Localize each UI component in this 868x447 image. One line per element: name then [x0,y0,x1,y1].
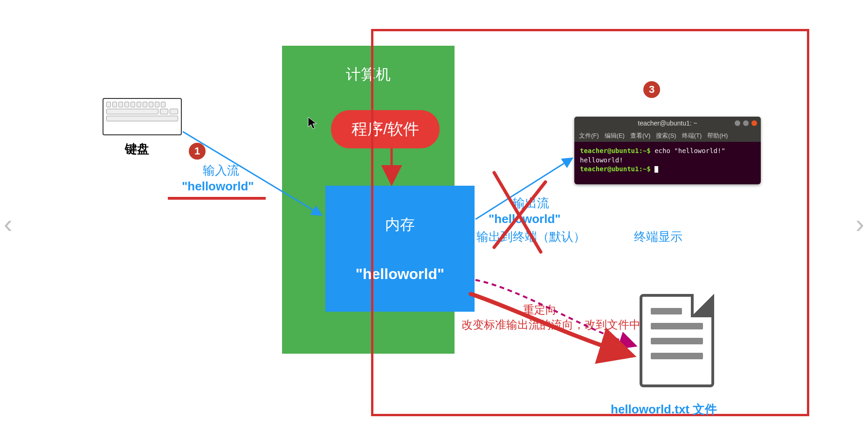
underline-red [168,197,266,200]
window-controls [735,120,757,126]
mouse-cursor-icon [308,117,318,133]
menu-term[interactable]: 终端(T) [682,132,702,140]
terminal-cursor-icon [654,166,658,173]
terminal-body: teacher@ubuntu1:~$ echo "helloworld!" he… [574,142,761,184]
redirect-note: 改变标准输出流的流向，改到文件中 [462,317,641,332]
menu-edit[interactable]: 编辑(E) [605,132,625,140]
output-stream-note: 输出到终端（默认） [476,229,586,245]
terminal-title: teacher@ubuntu1: ~ [638,119,697,127]
input-stream-value: "helloworld" [182,179,254,194]
terminal-window: teacher@ubuntu1: ~ 文件(F) 编辑(E) 查看(V) 搜索(… [574,117,761,184]
close-icon[interactable] [751,120,757,126]
redirect-title: 重定向 [523,302,557,317]
terminal-cmd-1: echo "helloworld!" [651,147,725,154]
file-caption: helloworld.txt 文件 [611,401,717,418]
output-stream-title: 输出流 [513,195,549,211]
keyboard-label: 键盘 [125,141,149,157]
input-stream-title: 输入流 [203,162,239,179]
terminal-output-1: helloworld! [580,156,623,164]
output-stream-value: "helloworld" [489,212,561,226]
scope-frame [371,29,809,416]
terminal-titlebar: teacher@ubuntu1: ~ [574,117,761,130]
minimize-icon[interactable] [735,120,740,126]
badge-1: 1 [189,143,206,160]
menu-search[interactable]: 搜索(S) [656,132,676,140]
menu-view[interactable]: 查看(V) [630,132,650,140]
next-slide-button[interactable]: › [855,209,864,239]
menu-file[interactable]: 文件(F) [579,132,599,140]
maximize-icon[interactable] [743,120,749,126]
file-icon [640,294,714,387]
menu-help[interactable]: 帮助(H) [707,132,728,140]
keyboard-icon [103,98,182,135]
terminal-prompt-2: teacher@ubuntu1:~$ [580,165,651,173]
terminal-prompt-1: teacher@ubuntu1:~$ [580,147,651,154]
terminal-menubar: 文件(F) 编辑(E) 查看(V) 搜索(S) 终端(T) 帮助(H) [574,130,761,142]
terminal-caption: 终端显示 [634,229,682,245]
diagram-stage: ‹ › 键盘 1 2 3 输入流 "helloworld" 计算机 程序/软件 … [0,0,868,447]
prev-slide-button[interactable]: ‹ [4,209,13,239]
